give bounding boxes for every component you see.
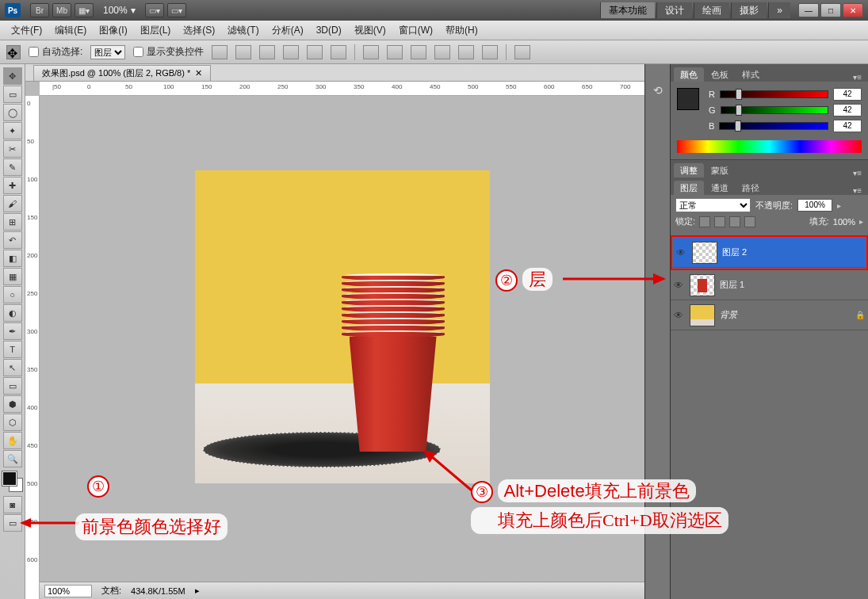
spectrum-bar[interactable] [677, 140, 862, 153]
3d-camera-tool[interactable]: ⬡ [3, 414, 22, 431]
b-value[interactable]: 42 [833, 120, 862, 132]
close-tab-icon[interactable]: ✕ [195, 68, 202, 78]
layer-name[interactable]: 图层 1 [720, 279, 865, 291]
tab-swatches[interactable]: 色板 [705, 67, 735, 82]
gradient-tool[interactable]: ▦ [3, 268, 22, 285]
distribute-icon-3[interactable] [411, 45, 426, 59]
menu-view[interactable]: 视图(V) [348, 24, 392, 37]
tab-styles[interactable]: 样式 [736, 67, 766, 82]
workspace-photo[interactable]: 摄影 [731, 2, 767, 18]
tab-masks[interactable]: 蒙版 [705, 163, 735, 177]
brush-tool[interactable]: 🖌 [3, 195, 22, 212]
healing-tool[interactable]: ✚ [3, 177, 22, 194]
lock-pixels-icon[interactable] [714, 216, 725, 227]
crop-tool[interactable]: ✂ [3, 140, 22, 158]
menu-help[interactable]: 帮助(H) [439, 24, 484, 37]
layer-thumb[interactable] [692, 242, 717, 264]
menu-edit[interactable]: 编辑(E) [48, 24, 93, 37]
opacity-value[interactable]: 100% [797, 199, 832, 212]
panel-menu-icon[interactable]: ▾≡ [850, 73, 865, 82]
screen-mode-btn[interactable]: ▭▾ [167, 3, 186, 17]
history-dock-icon[interactable]: ⟲ [650, 83, 666, 97]
auto-align-icon[interactable] [514, 45, 530, 59]
visibility-icon[interactable]: 👁 [674, 280, 685, 291]
distribute-icon-5[interactable] [458, 45, 474, 59]
show-transform-checkbox[interactable]: 显示变换控件 [133, 45, 204, 59]
path-tool[interactable]: ↖ [3, 359, 22, 376]
distribute-icon-4[interactable] [434, 45, 450, 59]
3d-tool[interactable]: ⬢ [3, 395, 22, 413]
lock-all-icon[interactable] [744, 216, 755, 227]
blend-mode-select[interactable]: 正常 [675, 198, 751, 212]
blur-tool[interactable]: ○ [3, 286, 22, 303]
pen-tool[interactable]: ✒ [3, 322, 22, 340]
workspace-paint[interactable]: 绘画 [694, 2, 729, 18]
move-tool[interactable]: ✥ [3, 67, 22, 85]
hand-tool[interactable]: ✋ [3, 432, 22, 449]
visibility-icon[interactable]: 👁 [674, 310, 685, 321]
wand-tool[interactable]: ✦ [3, 122, 22, 139]
type-tool[interactable]: T [3, 341, 22, 358]
menu-filter[interactable]: 滤镜(T) [221, 24, 265, 37]
layer-name[interactable]: 图层 2 [722, 246, 862, 258]
color-swatch-big[interactable] [677, 88, 699, 110]
layer-thumb[interactable] [690, 304, 715, 326]
panel-menu-icon[interactable]: ▾≡ [850, 169, 865, 177]
eraser-tool[interactable]: ◧ [3, 250, 22, 267]
screenmode-tool[interactable]: ▭ [3, 514, 22, 532]
align-icon-2[interactable] [235, 45, 251, 59]
lasso-tool[interactable]: ◯ [3, 104, 22, 121]
menu-analysis[interactable]: 分析(A) [266, 24, 310, 37]
lock-transparency-icon[interactable] [699, 216, 710, 227]
tab-adjustments[interactable]: 调整 [674, 163, 704, 177]
visibility-icon[interactable]: 👁 [676, 247, 687, 258]
eyedropper-tool[interactable]: ✎ [3, 158, 22, 176]
layer-item-2[interactable]: 👁 图层 2 [673, 238, 866, 268]
lock-position-icon[interactable] [729, 216, 740, 227]
minimize-btn[interactable]: — [798, 3, 819, 17]
align-icon-5[interactable] [307, 45, 323, 59]
status-arrow-icon[interactable]: ▸ [195, 586, 200, 596]
history-brush-tool[interactable]: ↶ [3, 231, 22, 249]
tab-color[interactable]: 颜色 [674, 67, 704, 82]
workspace-design[interactable]: 设计 [656, 2, 692, 18]
layer-name[interactable]: 背景 [720, 309, 851, 321]
shape-tool[interactable]: ▭ [3, 377, 22, 395]
tab-channels[interactable]: 通道 [705, 181, 735, 195]
distribute-icon-6[interactable] [482, 45, 498, 59]
bridge-btn[interactable]: Br [30, 3, 49, 17]
quickmask-tool[interactable]: ◙ [3, 496, 22, 513]
workspace-more[interactable]: » [768, 2, 790, 18]
fill-value[interactable]: 100% [833, 217, 855, 227]
menu-layer[interactable]: 图层(L) [134, 24, 178, 37]
document-tab[interactable]: 效果图.psd @ 100% (图层 2, RGB/8) *✕ [33, 65, 211, 81]
menu-select[interactable]: 选择(S) [177, 24, 221, 37]
zoom-input[interactable] [44, 585, 92, 597]
close-btn[interactable]: ✕ [843, 3, 863, 17]
menu-window[interactable]: 窗口(W) [392, 24, 439, 37]
distribute-icon-2[interactable] [387, 45, 403, 59]
mini-bridge-btn[interactable]: Mb [52, 3, 71, 17]
auto-select-checkbox[interactable]: 自动选择: [29, 45, 82, 59]
marquee-tool[interactable]: ▭ [3, 86, 22, 103]
zoom-display[interactable]: 100% ▾ [103, 5, 136, 16]
layer-item-1[interactable]: 👁 图层 1 [671, 270, 868, 300]
align-icon-3[interactable] [259, 45, 275, 59]
panel-menu-icon[interactable]: ▾≡ [850, 186, 865, 195]
dodge-tool[interactable]: ◐ [3, 304, 22, 322]
distribute-icon-1[interactable] [363, 45, 379, 59]
tab-layers[interactable]: 图层 [674, 181, 704, 195]
tab-paths[interactable]: 路径 [736, 181, 766, 195]
r-value[interactable]: 42 [833, 88, 862, 101]
auto-select-target[interactable]: 图层 [90, 45, 125, 59]
foreground-color[interactable] [2, 471, 17, 486]
align-icon-1[interactable] [212, 45, 228, 59]
layer-item-bg[interactable]: 👁 背景 🔒 [671, 300, 868, 330]
menu-image[interactable]: 图像(I) [93, 24, 133, 37]
layer-thumb[interactable] [690, 274, 715, 296]
zoom-tool[interactable]: 🔍 [3, 450, 22, 467]
color-swatch[interactable] [2, 471, 23, 492]
g-value[interactable]: 42 [833, 104, 862, 116]
arrange-btn[interactable]: ▭▾ [145, 3, 164, 17]
maximize-btn[interactable]: □ [820, 3, 841, 17]
